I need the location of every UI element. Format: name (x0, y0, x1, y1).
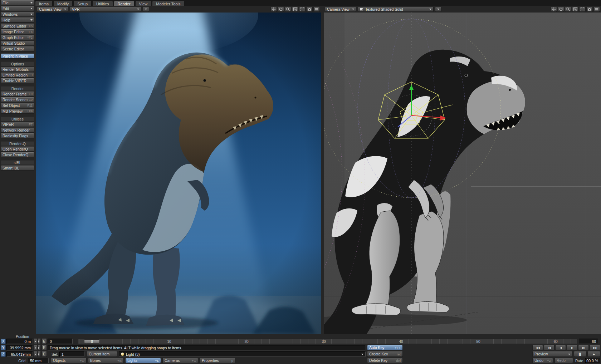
step-left-icon[interactable] (34, 345, 37, 350)
go-start-icon[interactable]: |◀◀ (532, 345, 543, 350)
item-type-objects[interactable]: Objects+O (51, 358, 87, 363)
sidebar-item-close-renderq[interactable]: Close RenderQ (1, 152, 34, 157)
sidebar-item-mb-preview[interactable]: MB Preview+F9 (1, 109, 34, 114)
play-forward-icon[interactable]: |▶ (567, 345, 577, 350)
delete-key-button[interactable]: Delete Keydel (367, 358, 403, 363)
first-frame-field[interactable]: 0 (48, 339, 73, 344)
right-view-selector[interactable]: Camera View (325, 7, 356, 12)
camera-icon[interactable] (586, 7, 593, 12)
zoom-icon[interactable] (285, 7, 291, 12)
auto-key-button[interactable]: Auto Key+F1 (367, 345, 403, 350)
sidebar-menu-help[interactable]: Help (1, 18, 34, 23)
sidebar-item-smart-ibl[interactable]: Smart IBL (1, 166, 34, 171)
sidebar-menu-windows[interactable]: Windows (1, 12, 34, 17)
rotate-icon[interactable] (278, 7, 284, 12)
y-envelope-button[interactable]: E (41, 345, 47, 350)
rotate-icon[interactable] (558, 7, 564, 12)
sidebar-menu-edit[interactable]: Edit (1, 6, 34, 11)
axis-y-button[interactable]: Y (1, 345, 6, 350)
sidebar-item-sel-object[interactable]: Sel ObjectF11 (1, 103, 34, 108)
tab-render[interactable]: Render (114, 1, 135, 6)
item-type-properties[interactable]: Propertiesp (200, 358, 235, 363)
current-item-button[interactable]: Current Item (87, 351, 117, 357)
sidebar-menu-file[interactable]: File (1, 0, 34, 5)
step-left-icon[interactable] (34, 351, 37, 357)
menu-icon[interactable] (593, 7, 600, 12)
pause-icon[interactable]: ▌▌ (574, 351, 587, 357)
fit-icon[interactable] (299, 7, 306, 12)
axis-x-button[interactable]: X (1, 339, 6, 344)
tab-items[interactable]: Items (35, 1, 53, 6)
button-label: Properties (202, 359, 219, 363)
wireframe-icon[interactable] (572, 7, 578, 12)
position-x-field[interactable]: 0 m (6, 339, 33, 344)
sidebar-item-radiosity-flags[interactable]: Radiosity Flags (1, 133, 34, 138)
transport-pause-slot: ▌▌ (574, 351, 587, 357)
preview-dropdown[interactable]: Preview (532, 351, 572, 357)
left-header-options-dropdown[interactable] (143, 7, 149, 12)
sidebar-item-open-renderq[interactable]: Open RenderQ (1, 147, 34, 152)
timeline-ruler[interactable]: 0102030405060 (77, 339, 577, 344)
tab-modify[interactable]: Modify (53, 1, 73, 6)
left-viewport-canvas[interactable] (36, 13, 321, 334)
sidebar-item-scene-editor[interactable]: Scene Editor (1, 46, 34, 51)
chevron-down-icon (64, 9, 66, 10)
right-viewport-canvas[interactable] (324, 13, 601, 334)
pan-icon[interactable] (270, 7, 277, 12)
next-key-icon[interactable]: ▶▶ (578, 345, 589, 350)
sidebar-item-viper[interactable]: VIPERF7 (1, 122, 34, 127)
create-key-button[interactable]: Create Keyret (367, 351, 403, 357)
right-render-mode-selector[interactable]: Textured Shaded Solid (358, 7, 434, 12)
shortcut-label: del (395, 359, 401, 363)
left-view-selector[interactable]: Camera View (37, 7, 68, 12)
position-z-field[interactable]: -65.0419mm (6, 351, 33, 357)
position-y-field[interactable]: 39.9992 mm (6, 345, 33, 350)
sidebar-item-graph-editor[interactable]: Graph Editor^F2 (1, 35, 34, 40)
sidebar-item-enable-viper[interactable]: Enable VIPER (1, 78, 34, 83)
step-left-icon[interactable] (34, 339, 37, 344)
button-label: Open RenderQ (3, 147, 28, 151)
tab-setup[interactable]: Setup (73, 1, 92, 6)
sidebar-item-network-render[interactable]: Network Render (1, 128, 34, 133)
axis-z-button[interactable]: Z (1, 351, 6, 357)
sidebar-item-render-globals[interactable]: Render Globals (1, 67, 34, 72)
item-type-lights[interactable]: Lights+L (125, 358, 161, 363)
go-end-icon[interactable]: ▶▶| (590, 345, 600, 350)
z-envelope-button[interactable]: E (41, 351, 47, 357)
play-icon[interactable]: ▶ (587, 351, 600, 357)
redo-button[interactable]: Redo (554, 358, 573, 363)
sidebar-item-surface-editor[interactable]: Surface EditorF5 (1, 24, 34, 29)
chevron-down-icon (361, 354, 363, 355)
step-right-icon[interactable] (38, 345, 41, 350)
tab-modeler-tools[interactable]: Modeler Tools (152, 1, 184, 6)
sidebar-item-render-scene[interactable]: Render SceneF10 (1, 97, 34, 102)
chevron-down-icon (568, 354, 570, 355)
item-type-bones[interactable]: Bones+B (88, 358, 124, 363)
tab-view[interactable]: View (135, 1, 152, 6)
last-frame-field[interactable]: 60 (579, 339, 598, 344)
camera-icon[interactable] (306, 7, 313, 12)
prev-key-icon[interactable]: ◀◀ (544, 345, 554, 350)
step-right-icon[interactable] (38, 351, 41, 357)
play-reverse-icon[interactable]: ◀| (555, 345, 566, 350)
right-header-options-dropdown[interactable] (435, 7, 441, 12)
button-label: Render Frame (3, 92, 27, 96)
x-envelope-button[interactable]: E (41, 339, 47, 344)
item-type-cameras[interactable]: Cameras+C (162, 358, 198, 363)
sidebar-item-limited-region[interactable]: Limited Regionl (1, 73, 34, 78)
step-right-icon[interactable] (38, 339, 41, 344)
tab-utilities[interactable]: Utilities (92, 1, 113, 6)
sidebar-item-image-editor[interactable]: Image EditorF6 (1, 29, 34, 34)
left-render-mode-selector[interactable]: VPR (70, 7, 141, 12)
sidebar-item-render-frame[interactable]: Render FrameF9 (1, 92, 34, 97)
sidebar-item-virtual-studio[interactable]: Virtual Studio (1, 41, 34, 46)
sidebar-item-parent-in-place[interactable]: Parent in Place (1, 54, 34, 59)
left-viewport: Camera View VPR (36, 6, 321, 334)
wireframe-icon[interactable] (292, 7, 298, 12)
current-item-dropdown[interactable]: Light (3) (119, 351, 366, 357)
pan-icon[interactable] (551, 7, 557, 12)
undo-button[interactable]: Undo ^Z (532, 358, 553, 363)
fit-icon[interactable] (579, 7, 586, 12)
zoom-icon[interactable] (565, 7, 571, 12)
menu-icon[interactable] (313, 7, 320, 12)
